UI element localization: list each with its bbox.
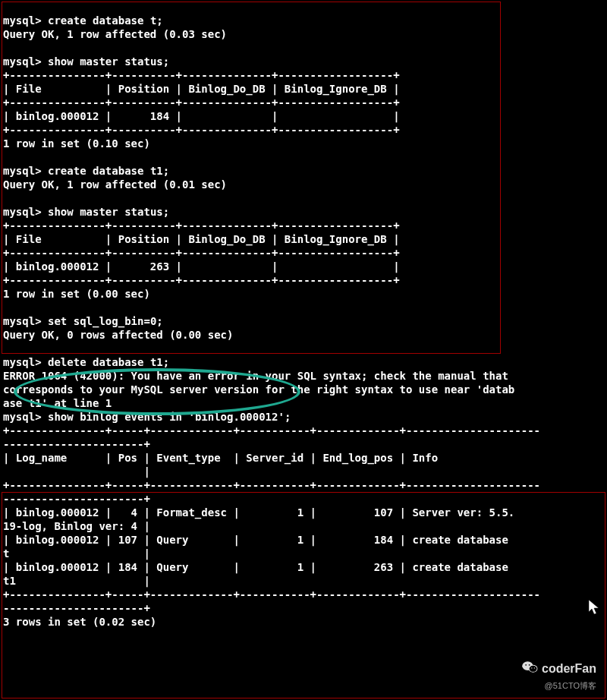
query-result: Query OK, 0 rows affected (0.00 sec) bbox=[3, 329, 233, 341]
table-sep: +---------------+----------+------------… bbox=[3, 124, 400, 136]
table-sep: +---------------+----------+------------… bbox=[3, 219, 400, 232]
table-sep: +---------------+----------+------------… bbox=[3, 69, 400, 81]
table-row: | binlog.000012 | 4 | Format_desc | 1 | … bbox=[3, 506, 514, 532]
watermark: coderFan @51CTO博客 bbox=[522, 661, 596, 692]
prompt: mysql> bbox=[3, 356, 48, 368]
query-result: 1 row in set (0.10 sec) bbox=[3, 137, 150, 150]
prompt: mysql> bbox=[3, 14, 48, 27]
svg-point-5 bbox=[529, 664, 530, 666]
svg-point-4 bbox=[525, 664, 527, 666]
svg-point-0 bbox=[522, 661, 533, 670]
table-header: | File | Position | Binlog_Do_DB | Binlo… bbox=[3, 83, 400, 95]
svg-point-7 bbox=[534, 667, 535, 668]
query-result: 1 row in set (0.00 sec) bbox=[3, 288, 150, 300]
table-sep: +---------------+----------+------------… bbox=[3, 247, 400, 259]
prompt: mysql> bbox=[3, 206, 48, 218]
table-row: | binlog.000012 | 184 | Query | 1 | 263 … bbox=[3, 561, 514, 587]
table-row: | binlog.000012 | 263 | | | bbox=[3, 260, 400, 273]
table-header: | File | Position | Binlog_Do_DB | Binlo… bbox=[3, 233, 400, 245]
svg-point-6 bbox=[531, 667, 532, 668]
command: delete database t1; bbox=[48, 356, 169, 368]
table-sep: +---------------+----------+------------… bbox=[3, 274, 400, 286]
watermark-subtitle: @51CTO博客 bbox=[522, 679, 596, 692]
command: create database t1; bbox=[48, 165, 169, 177]
svg-point-2 bbox=[530, 666, 537, 672]
wechat-icon bbox=[522, 661, 539, 677]
table-sep: +---------------+-----+-------------+---… bbox=[3, 424, 540, 450]
prompt: mysql> bbox=[3, 315, 48, 327]
query-result: Query OK, 1 row affected (0.01 sec) bbox=[3, 178, 227, 191]
table-sep: +---------------+----------+------------… bbox=[3, 96, 400, 109]
table-row: | binlog.000012 | 184 | | | bbox=[3, 110, 400, 122]
prompt: mysql> bbox=[3, 411, 48, 423]
svg-point-1 bbox=[529, 665, 538, 673]
command: set sql_log_bin=0; bbox=[48, 315, 163, 327]
watermark-name: coderFan bbox=[542, 662, 596, 676]
query-result: 3 rows in set (0.02 sec) bbox=[3, 616, 156, 628]
table-row: | binlog.000012 | 107 | Query | 1 | 184 … bbox=[3, 534, 514, 560]
table-header: | Log_name | Pos | Event_type | Server_i… bbox=[3, 452, 438, 478]
command: show master status; bbox=[48, 55, 169, 68]
table-sep: +---------------+-----+-------------+---… bbox=[3, 588, 540, 614]
error-message: ERROR 1064 (42000): You have an error in… bbox=[3, 370, 514, 409]
command: create database t; bbox=[48, 14, 163, 27]
command: show binlog events in 'binlog.000012'; bbox=[48, 411, 291, 423]
prompt: mysql> bbox=[3, 55, 48, 68]
query-result: Query OK, 1 row affected (0.03 sec) bbox=[3, 28, 227, 40]
command: show master status; bbox=[48, 206, 169, 218]
terminal-output: mysql> create database t; Query OK, 1 ro… bbox=[0, 11, 607, 632]
prompt: mysql> bbox=[3, 165, 48, 177]
table-sep: +---------------+-----+-------------+---… bbox=[3, 479, 540, 505]
